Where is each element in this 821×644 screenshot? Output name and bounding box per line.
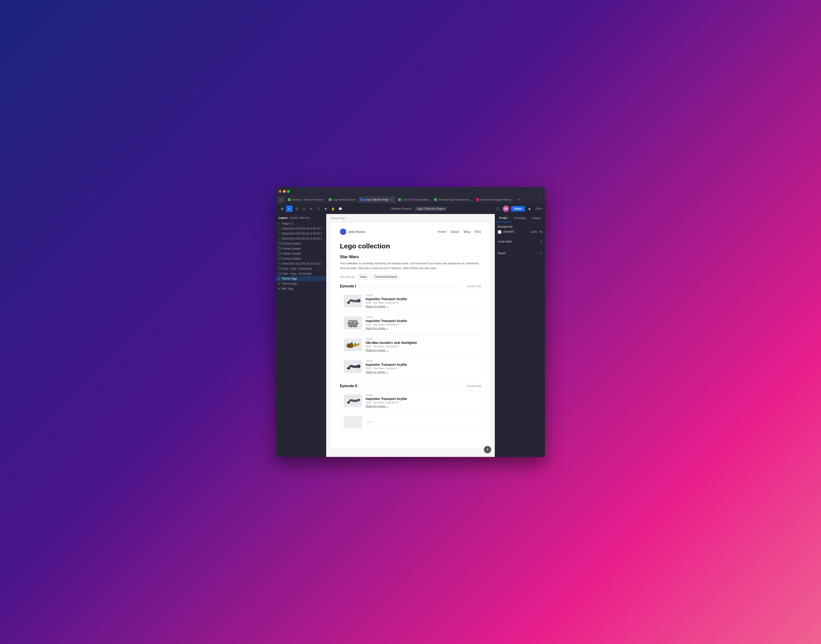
- background-color-value[interactable]: #F5F5F5: [503, 230, 528, 233]
- close-button[interactable]: [279, 190, 282, 193]
- tab-label: Improve Homepage Hierarc...: [481, 198, 513, 201]
- home-button[interactable]: ⌂: [278, 196, 284, 203]
- background-header: Background: [498, 225, 542, 228]
- episode-count-1: 10 sets total: [466, 285, 481, 288]
- tab-label: All Blogs Page Improvemen...: [438, 198, 471, 201]
- component-tool[interactable]: ❖: [323, 205, 329, 212]
- minimize-button[interactable]: [283, 190, 286, 193]
- layer-item-cleanshot3[interactable]: ▭ CleanShot 2023-05-16 at 09.34 1: [276, 236, 326, 241]
- set-image: [344, 339, 362, 351]
- set-card[interactable]: 75336 Inquisitor Transport Scythe 2022 ·…: [340, 357, 481, 377]
- image-icon: ▭: [278, 227, 280, 230]
- layer-item-cleanshot4[interactable]: ▭ CleanShot 2023-05-16 at 09.32 1: [276, 261, 326, 266]
- share-button[interactable]: Share: [511, 206, 525, 212]
- sidebar-tab-new-ve[interactable]: New Ve...: [300, 216, 311, 220]
- help-button[interactable]: ?: [484, 446, 491, 453]
- layer-item-theme-page-2[interactable]: ⊞ Theme Page: [276, 281, 326, 286]
- nav-link-blog[interactable]: Blog: [464, 230, 470, 233]
- layer-item-with-tags[interactable]: ⊞ With Tags: [276, 286, 326, 291]
- breadcrumb-project[interactable]: Website Projects: [391, 207, 412, 210]
- set-info: 75336 Inquisitor Transport Scythe 2022 ·…: [366, 360, 477, 374]
- site-navigation: Jose Munoz Home About Blog RSS: [340, 228, 481, 235]
- zoom-control[interactable]: 79% ▾: [535, 207, 542, 210]
- layer-item-card-lego-1[interactable]: Card - Lego - Horizontal: [276, 266, 326, 271]
- sort-pill-theme[interactable]: Theme/Sub-theme: [372, 274, 400, 280]
- read-review-link[interactable]: Read my review →: [366, 305, 477, 308]
- sidebar-tab-layers[interactable]: Layers: [279, 216, 288, 220]
- pen-tool[interactable]: ✐: [308, 205, 314, 212]
- svg-point-16: [351, 400, 352, 401]
- read-review-link[interactable]: Read my review →: [366, 405, 477, 408]
- audio-button[interactable]: 🎧: [495, 205, 501, 212]
- tools-group: ⊞ ↖ ⊡ ◻ ✐ T ❖ ✋ 💬: [279, 205, 343, 212]
- layer-label: With Tags: [281, 287, 323, 290]
- visibility-toggle[interactable]: 👁: [539, 230, 542, 234]
- breadcrumb-page[interactable]: Lego Collection Page ▾: [415, 207, 447, 211]
- new-tab-button[interactable]: +: [516, 197, 521, 202]
- tab-close-button[interactable]: ✕: [390, 198, 393, 201]
- nav-link-rss[interactable]: RSS: [475, 230, 481, 233]
- panel-tab-inspect[interactable]: Inspect: [528, 214, 545, 222]
- sidebar-tab-assets[interactable]: Assets: [289, 216, 298, 220]
- panel-tab-prototype[interactable]: Prototype: [512, 214, 528, 222]
- tab-all-blogs[interactable]: All Blogs Page Improvemen...: [432, 196, 473, 203]
- tab-favicon-icon: [288, 198, 291, 201]
- shape-tool[interactable]: ◻: [301, 205, 307, 212]
- layer-item-frames-header-4[interactable]: Frames Header: [276, 256, 326, 261]
- tab-lego-collection[interactable]: Lego Collection Page ✕: [358, 196, 395, 203]
- set-card-partial[interactable]: 75336: [340, 413, 481, 431]
- nav-link-home[interactable]: Home: [438, 230, 446, 233]
- image-icon: ▭: [278, 262, 280, 265]
- grid-tool[interactable]: ⊞: [279, 205, 285, 212]
- set-image: [344, 394, 362, 407]
- canvas-area[interactable]: Theme Page Jose Munoz Home About Blog RS…: [326, 214, 495, 457]
- layer-item-frames-header-1[interactable]: Frames Header: [276, 241, 326, 246]
- tab-lego-media[interactable]: Lego & Media Cards: [326, 196, 358, 203]
- tab-sections[interactable]: Sections · Series / Resource: [286, 196, 326, 203]
- panel-tab-design[interactable]: Design: [495, 214, 512, 222]
- layer-item-frames-header-2[interactable]: Frames Header: [276, 246, 326, 251]
- sort-pill-years[interactable]: Years: [357, 274, 370, 280]
- set-image-svg: [344, 339, 362, 351]
- fullscreen-button[interactable]: [287, 190, 290, 193]
- set-card[interactable]: 75336 Obi-Wan Kenobi's Jedi Starfighter …: [340, 335, 481, 355]
- tab-favicon-icon: [476, 198, 479, 201]
- avatar[interactable]: JM: [503, 205, 509, 212]
- layer-label: Card - Lego - Horizontal: [282, 267, 323, 270]
- set-card[interactable]: 75336 Inquisitor Transport Scythe 2022 ·…: [340, 391, 481, 411]
- read-review-link[interactable]: Read my review →: [366, 349, 477, 352]
- tab-homepage[interactable]: Improve Homepage Hierarc...: [474, 196, 516, 203]
- sort-bar: Sort sets by: Years Theme/Sub-theme: [340, 274, 481, 280]
- nav-link-about[interactable]: About: [451, 230, 459, 233]
- text-tool[interactable]: T: [315, 205, 322, 212]
- background-color-swatch[interactable]: [498, 230, 501, 234]
- svg-point-1: [351, 300, 352, 301]
- layer-item-frames-header-3[interactable]: Frames Header: [276, 251, 326, 256]
- tab-core-kit[interactable]: Core Kit: Design Utilities: [396, 196, 432, 203]
- layer-item-cleanshot2[interactable]: ▭ CleanShot 2023-05-16 at 09.36 1: [276, 231, 326, 236]
- layer-item-card-lego-2[interactable]: Card - Lego - Horizontal: [276, 271, 326, 276]
- export-header: Export +: [498, 251, 542, 255]
- set-card[interactable]: 75336 Inquisitor Transport Scythe 2022 ·…: [340, 313, 481, 333]
- more-tabs-button[interactable]: ···: [536, 197, 543, 202]
- layer-item-image21[interactable]: ▭ Image 2 1: [276, 221, 326, 226]
- read-review-link[interactable]: Read my review →: [366, 371, 477, 374]
- comment-tool[interactable]: 💬: [337, 205, 343, 212]
- play-button[interactable]: ▶: [527, 205, 533, 212]
- local-styles-add-button[interactable]: +: [540, 239, 542, 244]
- read-review-link[interactable]: Read my review →: [366, 327, 477, 330]
- layer-label: Theme Page: [281, 282, 323, 285]
- set-image: [344, 416, 362, 428]
- export-label: Export: [498, 251, 506, 255]
- set-info: 75336 Inquisitor Transport Scythe 2022 ·…: [366, 294, 477, 308]
- layer-item-theme-page-1[interactable]: ⊞ Theme Page: [276, 276, 326, 281]
- frame-tool[interactable]: ⊡: [293, 205, 300, 212]
- layer-label: CleanShot 2023-05-16 at 09.34 1: [282, 237, 323, 240]
- select-tool[interactable]: ↖: [286, 205, 293, 212]
- set-card[interactable]: 75336 Inquisitor Transport Scythe 2022 ·…: [340, 291, 481, 311]
- main-area: Layers Assets New Ve... ▭ Image 2 1 ▭ Cl…: [276, 214, 545, 457]
- sidebar-tab-bar: Layers Assets New Ve...: [276, 214, 326, 221]
- layer-item-cleanshot1[interactable]: ▭ CleanShot 2023-05-16 at 09.38 1: [276, 226, 326, 231]
- hand-tool[interactable]: ✋: [330, 205, 336, 212]
- export-add-button[interactable]: +: [540, 251, 542, 255]
